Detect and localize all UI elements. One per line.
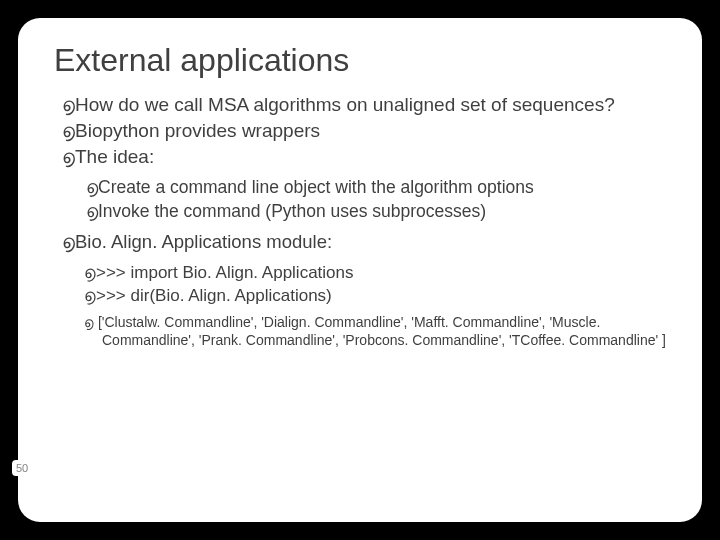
bullet-text: >>> import Bio. Align. Applications — [96, 263, 354, 282]
page-number: 50 — [12, 460, 32, 476]
bullet-item: ൭>>> import Bio. Align. Applications — [84, 262, 666, 284]
bullet-text: >>> dir(Bio. Align. Applications) — [96, 286, 332, 305]
bullet-icon: ൭ — [86, 177, 98, 197]
bullet-icon: ൭ — [62, 120, 75, 141]
bullet-icon: ൭ — [86, 201, 98, 221]
bullet-item: ൭ ['Clustalw. Commandline', 'Dialign. Co… — [84, 313, 666, 349]
bullet-item: ൭Biopython provides wrappers — [62, 119, 666, 143]
slide-title: External applications — [54, 42, 666, 79]
bullet-text: How do we call MSA algorithms on unalign… — [75, 94, 615, 115]
bullet-item: ൭Bio. Align. Applications module: — [62, 230, 666, 254]
bullet-icon: ൭ — [84, 263, 96, 282]
bullet-text: Create a command line object with the al… — [98, 177, 534, 197]
slide: External applications ൭How do we call MS… — [18, 18, 702, 522]
bullet-text: ['Clustalw. Commandline', 'Dialign. Comm… — [94, 314, 666, 348]
bullet-text: Invoke the command (Python uses subproce… — [98, 201, 486, 221]
bullet-text: The idea: — [75, 146, 154, 167]
bullet-item: ൭How do we call MSA algorithms on unalig… — [62, 93, 666, 117]
bullet-text: Bio. Align. Applications module: — [75, 231, 332, 252]
bullet-icon: ൭ — [62, 146, 75, 167]
bullet-icon: ൭ — [84, 286, 96, 305]
bullet-item: ൭>>> dir(Bio. Align. Applications) — [84, 285, 666, 307]
bullet-text: Biopython provides wrappers — [75, 120, 320, 141]
bullet-icon: ൭ — [84, 314, 94, 330]
bullet-item: ൭The idea: — [62, 145, 666, 169]
bullet-item: ൭Create a command line object with the a… — [86, 176, 666, 199]
bullet-icon: ൭ — [62, 231, 75, 252]
bullet-item: ൭Invoke the command (Python uses subproc… — [86, 200, 666, 223]
bullet-icon: ൭ — [62, 94, 75, 115]
